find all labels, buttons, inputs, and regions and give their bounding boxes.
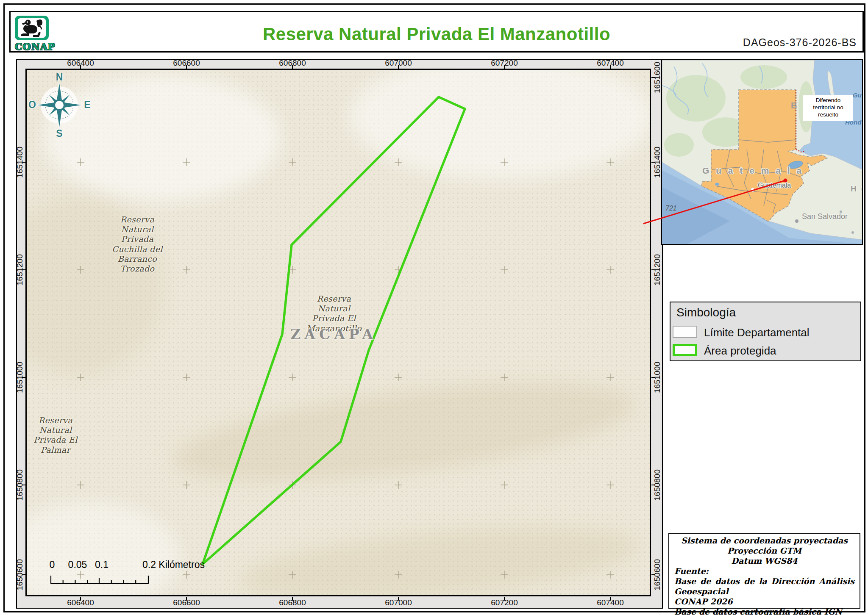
scalebar-label-005: 0.05 [68,559,87,571]
conap-logo-text: CONAP [15,41,50,52]
info-line-source2: CONAP 2026 [674,597,854,607]
info-line-fuente: Fuente: [674,566,854,576]
scalebar-label-01: 0.1 [95,559,108,571]
inset-gulf-label: Gu [853,91,862,99]
document-code: DAGeos-376-2026-BS [743,36,857,49]
title-bar: CONAP Reserva Natural Privada El Manzano… [9,11,864,53]
inset-locator-map: G u a t e m a l a Guatemala San Salvador… [661,59,863,245]
compass-west-label: O [28,99,36,111]
label-department-zacapa: ZACAPA [290,326,377,343]
projection-info-box: Sistema de coordenadas proyectadas Proye… [668,533,860,609]
compass-south-label: S [56,128,62,139]
main-map: Reserva Natural Privada Cuchilla del Bar… [25,69,651,596]
info-line-projection: Proyección GTM [674,546,854,556]
inset-country-label: G u a t e m a l a [702,166,804,175]
legend-swatch-limite [673,326,697,338]
inset-san-salvador-label: San Salvador [802,212,848,221]
info-line-coordinate-system: Sistema de coordenadas proyectadas [674,536,854,546]
scalebar-label-0: 0 [50,559,55,571]
compass-east-label: E [84,99,90,111]
page-title: Reserva Natural Privada El Manzanotillo [263,24,610,44]
conap-logo-frame [15,16,49,40]
legend-label-limite: Límite Departamental [704,326,810,339]
legend-label-area-protegida: Área protegida [704,344,776,357]
inset-honduras-abbr-label: H o [851,184,862,193]
conap-logo-monkey-icon [18,18,46,38]
legend-swatch-area-protegida [673,344,697,356]
info-line-source1: Base de datos de la Dirección Análisis G… [674,576,854,597]
legend: Simbología Límite Departamental Área pro… [670,302,861,361]
label-reserva-palmar: Reserva Natural Privada El Palmar [33,416,77,455]
inset-contour-label: 721 [665,205,677,212]
inset-map-svg: G u a t e m a l a Guatemala San Salvador… [662,60,862,244]
conap-logo: CONAP [15,16,51,50]
territorial-dispute-note: Diferendo territorial no resuelto [803,95,853,121]
compass-north-label: N [56,72,63,83]
scalebar-unit-label: 0.2 Kilómetros [142,559,205,571]
map-document-page: CONAP Reserva Natural Privada El Manzano… [0,0,868,615]
compass-rose [34,79,85,132]
legend-title: Simbología [676,306,736,319]
inset-city-label: Guatemala [758,182,791,189]
scale-bar [50,572,186,585]
info-line-datum: Datum WGS84 [674,556,854,566]
label-reserva-cuchilla: Reserva Natural Privada Cuchilla del Bar… [112,215,163,274]
inset-belize-abbr-label: B [791,101,797,110]
info-line-source3: Base de datos cartografía básica IGN 201… [674,607,854,615]
